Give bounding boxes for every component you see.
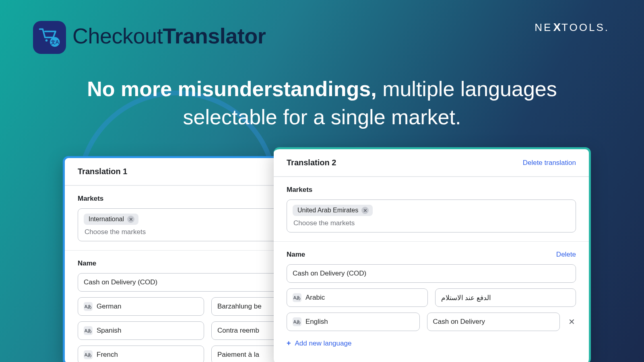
market-chip[interactable]: United Arab Emirates ✕ <box>293 205 373 216</box>
language-select[interactable]: AあFrench <box>78 346 204 362</box>
language-select[interactable]: AあEnglish <box>287 313 420 331</box>
language-select[interactable]: AあArabic <box>287 288 428 307</box>
language-row: AあArabic الدفع عند الاستلام <box>287 288 576 307</box>
translation-value-input[interactable]: Cash on Delivery <box>427 313 560 331</box>
name-label: Name <box>287 251 305 259</box>
delete-name-link[interactable]: Delete <box>556 251 576 259</box>
vendor-logo: NEXTOOLS <box>535 21 609 34</box>
svg-point-0 <box>45 39 48 42</box>
market-chip[interactable]: International ✕ <box>84 214 138 225</box>
hero-stage: 文A CheckoutTranslator NEXTOOLS No more m… <box>0 0 644 362</box>
translate-icon: Aあ <box>293 293 301 302</box>
translation-card-2: Translation 2 Delete translation Markets… <box>274 147 591 362</box>
translate-icon: Aあ <box>293 317 301 326</box>
markets-label: Markets <box>287 186 576 194</box>
markets-input[interactable]: United Arab Emirates ✕ Choose the market… <box>287 200 576 232</box>
translate-icon: Aあ <box>84 326 93 335</box>
translation-value-input[interactable]: الدفع عند الاستلام <box>435 288 576 307</box>
plus-icon: + <box>287 339 291 348</box>
translate-icon: Aあ <box>84 302 93 311</box>
card-title: Translation 1 <box>78 167 127 176</box>
remove-row-icon[interactable]: ✕ <box>567 317 576 327</box>
language-row: AあEnglish Cash on Delivery ✕ <box>287 313 576 331</box>
remove-chip-icon[interactable]: ✕ <box>361 207 369 214</box>
app-name-light: Checkout <box>72 24 163 48</box>
card-title: Translation 2 <box>287 158 336 167</box>
name-input[interactable]: Cash on Delivery (COD) <box>287 264 576 283</box>
svg-text:文A: 文A <box>50 39 59 45</box>
app-name-bold: Translator <box>163 24 266 48</box>
remove-chip-icon[interactable]: ✕ <box>127 216 134 223</box>
add-language-button[interactable]: + Add new language <box>287 339 576 348</box>
translate-icon: Aあ <box>84 350 93 359</box>
app-name: CheckoutTranslator <box>72 23 266 48</box>
cart-translate-icon: 文A <box>37 25 62 49</box>
hero-headline: No more misunderstandings, multiple lang… <box>0 75 644 131</box>
markets-placeholder: Choose the markets <box>293 218 570 227</box>
app-logo-badge: 文A <box>33 21 66 54</box>
delete-translation-link[interactable]: Delete translation <box>523 159 576 167</box>
language-select[interactable]: AあSpanish <box>78 321 204 340</box>
language-select[interactable]: AあGerman <box>78 297 204 316</box>
